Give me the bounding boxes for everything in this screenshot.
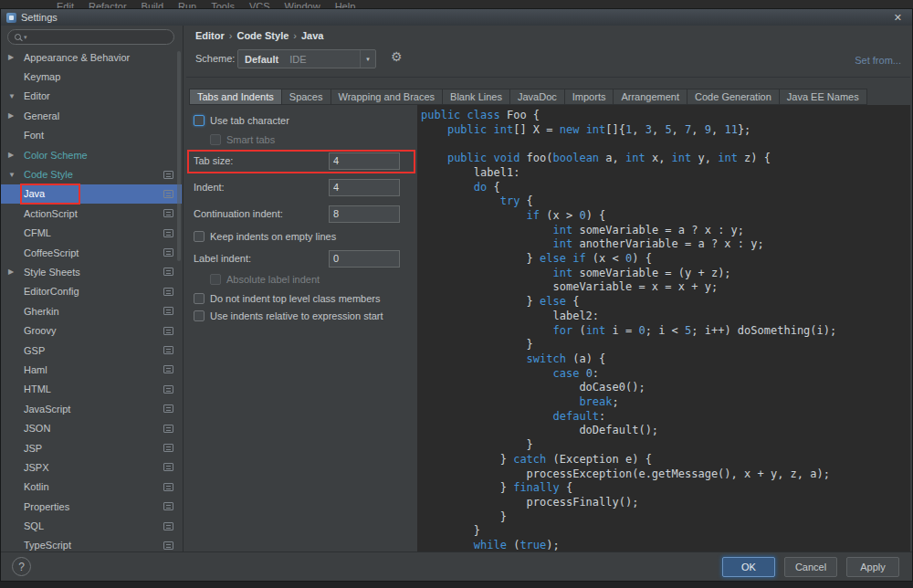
sidebar-item-keymap[interactable]: Keymap bbox=[1, 67, 182, 86]
chevron-right-icon[interactable]: ▶ bbox=[8, 111, 24, 120]
sidebar-scrollbar[interactable] bbox=[177, 51, 181, 261]
tree-item-label: Java bbox=[24, 188, 45, 199]
search-icon bbox=[15, 34, 21, 40]
chevron-right-icon[interactable]: ▶ bbox=[8, 151, 24, 159]
cancel-button[interactable]: Cancel bbox=[784, 557, 837, 577]
sidebar-item-gsp[interactable]: GSP bbox=[1, 341, 182, 360]
sidebar-item-appearance-behavior[interactable]: ▶Appearance & Behavior bbox=[1, 47, 182, 67]
language-settings-icon bbox=[163, 483, 173, 491]
sidebar-item-editor[interactable]: ▼Editor bbox=[1, 87, 182, 106]
code-line: int someVariable = (y + z); bbox=[421, 267, 910, 281]
sidebar-item-javascript[interactable]: JavaScript bbox=[1, 399, 182, 418]
tree-item-label: GSP bbox=[24, 345, 45, 356]
chevron-right-icon[interactable]: ▶ bbox=[8, 53, 24, 61]
tab-bar: Tabs and IndentsSpacesWrapping and Brace… bbox=[189, 89, 867, 105]
code-line: } bbox=[421, 524, 910, 539]
chevron-right-icon[interactable]: ▶ bbox=[8, 268, 24, 276]
use-tab-character-checkbox[interactable]: Use tab character bbox=[194, 111, 289, 130]
indent-label: Indent: bbox=[194, 182, 329, 193]
ok-button[interactable]: OK bbox=[722, 557, 775, 577]
chevron-down-icon[interactable]: ▼ bbox=[8, 171, 24, 179]
sidebar-item-coffeescript[interactable]: CoffeeScript bbox=[1, 243, 182, 262]
sidebar-item-style-sheets[interactable]: ▶Style Sheets bbox=[1, 262, 182, 281]
sidebar-item-code-style[interactable]: ▼Code Style bbox=[1, 164, 182, 184]
language-settings-icon bbox=[163, 365, 173, 373]
sidebar-item-properties[interactable]: Properties bbox=[1, 497, 182, 516]
sidebar-item-actionscript[interactable]: ActionScript bbox=[1, 204, 182, 223]
sidebar-item-sql[interactable]: SQL bbox=[1, 516, 182, 535]
label-indent-row: Label indent: bbox=[194, 249, 400, 268]
language-settings-icon bbox=[163, 268, 173, 276]
code-line: case 0: bbox=[421, 367, 910, 382]
tree-item-label: Groovy bbox=[24, 325, 56, 336]
chevron-down-icon[interactable]: ▼ bbox=[360, 50, 375, 68]
sidebar-item-gherkin[interactable]: Gherkin bbox=[1, 301, 182, 320]
settings-sidebar: ▾ ▶Appearance & BehaviorKeymap▼Editor▶Ge… bbox=[1, 26, 184, 551]
checkbox-icon bbox=[210, 134, 221, 145]
indent-input[interactable] bbox=[329, 179, 400, 196]
language-settings-icon bbox=[163, 425, 173, 433]
gear-icon[interactable]: ⚙ bbox=[391, 50, 403, 63]
sidebar-item-editorconfig[interactable]: EditorConfig bbox=[1, 282, 182, 301]
sidebar-item-jspx[interactable]: JSPX bbox=[1, 457, 182, 477]
code-line: } finally { bbox=[421, 481, 910, 496]
checkbox-icon[interactable] bbox=[194, 293, 205, 304]
apply-button[interactable]: Apply bbox=[846, 557, 899, 577]
code-line: if (x > 0) { bbox=[421, 209, 910, 224]
close-icon[interactable]: ✕ bbox=[889, 12, 907, 24]
set-from-link[interactable]: Set from... bbox=[855, 55, 901, 66]
code-line: } bbox=[421, 510, 910, 525]
sidebar-item-cfml[interactable]: CFML bbox=[1, 224, 182, 243]
language-settings-icon bbox=[163, 171, 173, 179]
continuation-indent-input[interactable] bbox=[329, 205, 400, 223]
sidebar-item-java[interactable]: Java bbox=[1, 184, 182, 204]
checkbox-icon[interactable] bbox=[194, 231, 205, 242]
background-menu-item-edit: Edit bbox=[57, 1, 74, 8]
continuation-indent-row: Continuation indent: bbox=[194, 205, 400, 223]
scheme-dropdown[interactable]: Default IDE ▼ bbox=[237, 49, 376, 68]
tab-java-ee-names[interactable]: Java EE Names bbox=[780, 89, 867, 105]
tab-code-generation[interactable]: Code Generation bbox=[687, 89, 780, 105]
tab-spaces[interactable]: Spaces bbox=[282, 89, 331, 105]
code-line: public class Foo { bbox=[421, 109, 910, 123]
background-menu-item-build: Build bbox=[142, 1, 163, 8]
language-settings-icon bbox=[163, 346, 173, 354]
tab-wrapping-and-braces[interactable]: Wrapping and Braces bbox=[331, 89, 444, 105]
sidebar-item-groovy[interactable]: Groovy bbox=[1, 320, 182, 340]
sidebar-item-jsp[interactable]: JSP bbox=[1, 438, 182, 457]
checkbox-icon[interactable] bbox=[194, 310, 205, 321]
keep-indents-checkbox[interactable]: Keep indents on empty lines bbox=[194, 227, 336, 246]
checkbox-label: Use tab character bbox=[210, 115, 289, 126]
language-settings-icon bbox=[163, 209, 173, 217]
smart-tabs-checkbox: Smart tabs bbox=[210, 131, 275, 149]
language-settings-icon bbox=[163, 463, 173, 471]
sidebar-item-font[interactable]: Font bbox=[1, 126, 182, 145]
tree-item-label: SQL bbox=[24, 520, 44, 531]
checkbox-icon[interactable] bbox=[194, 115, 205, 126]
tab-blank-lines[interactable]: Blank Lines bbox=[443, 89, 510, 105]
help-button[interactable]: ? bbox=[12, 557, 31, 576]
tab-javadoc[interactable]: JavaDoc bbox=[510, 89, 565, 105]
do-not-indent-top-level-checkbox[interactable]: Do not indent top level class members bbox=[194, 289, 380, 308]
dialog-titlebar[interactable]: Settings ✕ bbox=[1, 9, 912, 26]
code-line: public void foo(boolean a, int x, int y,… bbox=[421, 152, 910, 166]
sidebar-item-color-scheme[interactable]: ▶Color Scheme bbox=[1, 145, 182, 164]
breadcrumb-editor[interactable]: Editor bbox=[195, 30, 225, 41]
sidebar-item-typescript[interactable]: TypeScript bbox=[1, 536, 182, 551]
sidebar-item-haml[interactable]: Haml bbox=[1, 360, 182, 379]
search-input[interactable]: ▾ bbox=[7, 29, 174, 45]
tab-size-input[interactable] bbox=[329, 152, 400, 170]
sidebar-item-general[interactable]: ▶General bbox=[1, 106, 182, 125]
breadcrumb-code-style[interactable]: Code Style bbox=[236, 30, 289, 41]
tab-tabs-and-indents[interactable]: Tabs and Indents bbox=[189, 89, 282, 105]
chevron-down-icon[interactable]: ▼ bbox=[8, 92, 24, 100]
sidebar-item-kotlin[interactable]: Kotlin bbox=[1, 478, 182, 497]
label-indent-input[interactable] bbox=[329, 250, 400, 268]
tab-arrangement[interactable]: Arrangement bbox=[614, 89, 687, 105]
code-preview[interactable]: public class Foo { public int[] X = new … bbox=[417, 105, 910, 551]
use-indents-relative-checkbox[interactable]: Use indents relative to expression start bbox=[194, 307, 383, 325]
sidebar-item-html[interactable]: HTML bbox=[1, 380, 182, 399]
tree-item-label: EditorConfig bbox=[24, 286, 79, 297]
sidebar-item-json[interactable]: JSON bbox=[1, 418, 182, 437]
tab-imports[interactable]: Imports bbox=[565, 89, 614, 105]
